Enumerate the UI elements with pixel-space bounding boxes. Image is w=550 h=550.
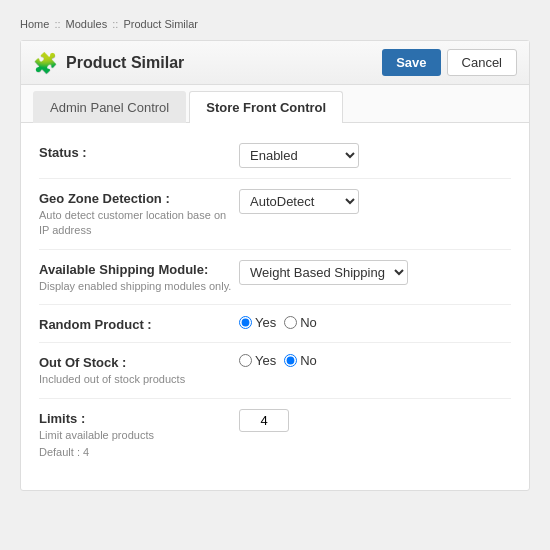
random-product-label: Random Product : (39, 315, 239, 332)
status-label: Status : (39, 143, 239, 160)
out-of-stock-no-label[interactable]: No (284, 353, 317, 368)
shipping-module-control: Weight Based Shipping Flat Rate Free Shi… (239, 260, 511, 285)
breadcrumb-home[interactable]: Home (20, 18, 49, 30)
shipping-module-label: Available Shipping Module: Display enabl… (39, 260, 239, 294)
form-area: Status : Enabled Disabled Geo Zone Detec… (21, 123, 529, 490)
out-of-stock-control: Yes No (239, 353, 511, 368)
geozone-select[interactable]: AutoDetect Manual (239, 189, 359, 214)
breadcrumb-sep2: :: (112, 18, 118, 30)
page-wrapper: Home :: Modules :: Product Similar 🧩 Pro… (0, 0, 550, 501)
save-button[interactable]: Save (382, 49, 440, 76)
out-of-stock-yes-radio[interactable] (239, 354, 252, 367)
limits-input[interactable] (239, 409, 289, 432)
out-of-stock-label: Out Of Stock : Included out of stock pro… (39, 353, 239, 387)
limits-control (239, 409, 511, 432)
out-of-stock-radio-group: Yes No (239, 353, 317, 368)
random-product-radio-group: Yes No (239, 315, 317, 330)
random-yes-label[interactable]: Yes (239, 315, 276, 330)
random-no-radio[interactable] (284, 316, 297, 329)
tabs-bar: Admin Panel Control Store Front Control (21, 85, 529, 123)
out-of-stock-no-radio[interactable] (284, 354, 297, 367)
shipping-module-row: Available Shipping Module: Display enabl… (39, 250, 511, 305)
shipping-module-select[interactable]: Weight Based Shipping Flat Rate Free Shi… (239, 260, 408, 285)
geozone-label: Geo Zone Detection : Auto detect custome… (39, 189, 239, 239)
page-title: Product Similar (66, 54, 184, 72)
random-product-row: Random Product : Yes No (39, 305, 511, 343)
status-select[interactable]: Enabled Disabled (239, 143, 359, 168)
random-product-control: Yes No (239, 315, 511, 330)
breadcrumb-sep1: :: (54, 18, 60, 30)
random-yes-radio[interactable] (239, 316, 252, 329)
breadcrumb-current[interactable]: Product Similar (123, 18, 198, 30)
header-buttons: Save Cancel (382, 49, 517, 76)
random-no-label[interactable]: No (284, 315, 317, 330)
cancel-button[interactable]: Cancel (447, 49, 517, 76)
panel-title: 🧩 Product Similar (33, 51, 184, 75)
tab-admin-panel[interactable]: Admin Panel Control (33, 91, 186, 123)
geozone-control: AutoDetect Manual (239, 189, 511, 214)
out-of-stock-yes-label[interactable]: Yes (239, 353, 276, 368)
breadcrumb-modules[interactable]: Modules (66, 18, 108, 30)
geozone-row: Geo Zone Detection : Auto detect custome… (39, 179, 511, 250)
main-panel: 🧩 Product Similar Save Cancel Admin Pane… (20, 40, 530, 491)
limits-label: Limits : Limit available products Defaul… (39, 409, 239, 461)
tab-store-front[interactable]: Store Front Control (189, 91, 343, 123)
breadcrumb: Home :: Modules :: Product Similar (20, 18, 530, 30)
status-control: Enabled Disabled (239, 143, 511, 168)
status-row: Status : Enabled Disabled (39, 133, 511, 179)
limits-row: Limits : Limit available products Defaul… (39, 399, 511, 471)
panel-header: 🧩 Product Similar Save Cancel (21, 41, 529, 85)
puzzle-icon: 🧩 (33, 51, 58, 75)
out-of-stock-row: Out Of Stock : Included out of stock pro… (39, 343, 511, 398)
